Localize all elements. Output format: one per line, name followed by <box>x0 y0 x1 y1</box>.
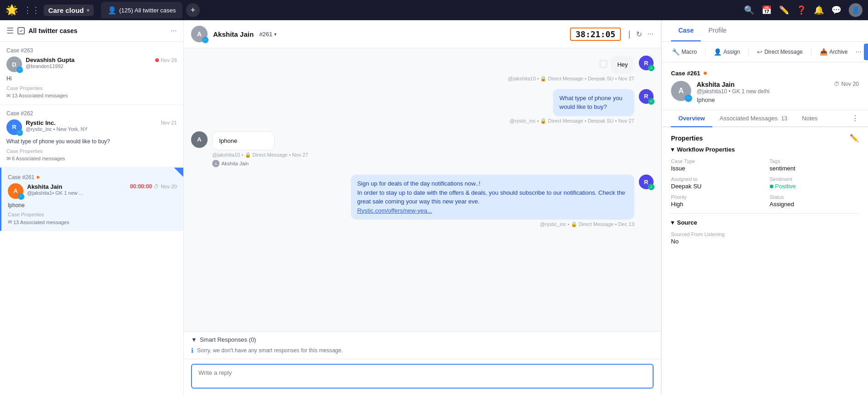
prop-tags: Tags sentiment <box>770 158 859 172</box>
source-chevron-icon: ▾ <box>671 219 674 226</box>
case-item-262[interactable]: Case #262 R 🐦 Rystic Inc. Nov 21 @rystic… <box>0 105 183 168</box>
case-name-262: Rystic Inc. <box>26 119 56 126</box>
reply-input[interactable] <box>191 364 654 389</box>
tab-profile[interactable]: Profile <box>701 20 734 41</box>
rp-case-preview: Iphone <box>697 96 829 103</box>
dm-icon: ↩ <box>757 48 762 56</box>
reload-icon[interactable]: ↻ <box>636 30 642 39</box>
message-bubble-1: Hey <box>611 56 633 74</box>
grid-icon[interactable]: ⋮⋮ <box>23 5 40 15</box>
clock-icon-261: ⏱ <box>154 184 159 189</box>
case-num-chevron-icon: ▾ <box>274 32 276 37</box>
brand-chevron-icon: ▾ <box>87 8 89 13</box>
sub-tabs: Overview Associated Messages 13 Notes ⋮ <box>662 110 868 127</box>
sidebar-header: ☰ All twitter cases ··· <box>0 20 183 42</box>
workflow-group-header[interactable]: ▾ Workflow Properties <box>671 146 859 153</box>
direct-message-button[interactable]: ↩ Direct Message <box>753 46 806 57</box>
case-preview-261: Iphone <box>8 202 177 209</box>
properties-section: Properties ✏️ ▾ Workflow Properties Case… <box>662 127 868 395</box>
case-info-262: Rystic Inc. Nov 21 @rystic_inc • New Yor… <box>26 119 177 132</box>
dm-label: Direct Message <box>764 49 802 55</box>
right-panel-toolbar: 🔧 Macro 👤 Assign ↩ Direct Message 📥 Arch… <box>662 42 868 62</box>
sub-tab-overview[interactable]: Overview <box>671 110 712 127</box>
archive-button[interactable]: 📥 Archive <box>816 46 851 57</box>
twitter-badge-261: 🐦 <box>18 193 24 200</box>
source-group-label: Source <box>677 219 697 226</box>
conv-header-avatar: A 🐦 <box>191 26 208 42</box>
case-date-263: Nov 28 <box>161 57 177 63</box>
prop-assigned-label: Assigned to <box>671 176 761 182</box>
macro-button[interactable]: 🔧 Macro <box>668 46 700 57</box>
main-layout: ☰ All twitter cases ··· Case #263 D 🐦 <box>0 20 868 395</box>
assign-label: Assign <box>723 49 740 55</box>
twitter-badge-262: 🐦 <box>17 130 23 136</box>
sidebar-more-icon[interactable]: ··· <box>171 27 177 35</box>
active-tab[interactable]: 👤 (125) All twitter cases <box>101 2 183 18</box>
toolbar-more-icon[interactable]: ··· <box>856 48 862 56</box>
rp-case-date: ⏱ Nov 20 <box>834 81 859 87</box>
select-all-checkbox[interactable] <box>17 27 25 34</box>
user-avatar[interactable]: 👤 <box>849 3 862 17</box>
associated-count-262: 6 Associated messages <box>12 156 65 161</box>
archive-icon: 📥 <box>820 48 828 56</box>
pipe-divider: | <box>628 29 631 39</box>
smart-responses-text: Sorry, we don't have any smart responses… <box>197 347 343 354</box>
case-item-261[interactable]: Case #261 ● A 🐦 Akshita Jain 00:00:00 ⏱ <box>0 168 183 231</box>
properties-edit-icon[interactable]: ✏️ <box>850 134 859 142</box>
case-info-block: Case #261 ● A 🐦 Akshita Jain @jakshita10… <box>662 62 868 110</box>
assign-button[interactable]: 👤 Assign <box>710 46 744 57</box>
msg-meta-1: @jakshita10 • 🔒 Direct Message • Deepak … <box>508 76 634 82</box>
case-item-263[interactable]: Case #263 D 🐦 Devashish Gupta Nov 28 <box>0 42 183 105</box>
case-number-261: Case #261 ● <box>8 173 177 181</box>
tab-label: (125) All twitter cases <box>119 7 176 14</box>
source-group-header[interactable]: ▾ Source <box>671 219 859 226</box>
search-icon[interactable]: 🔍 <box>744 5 754 15</box>
case-number-262: Case #262 <box>6 110 177 117</box>
prop-priority: Priority High <box>671 194 761 208</box>
avatar-wrap-263: D 🐦 <box>6 56 22 72</box>
sub-tabs-more-icon[interactable]: ⋮ <box>851 114 859 123</box>
notification-icon[interactable]: 🔔 <box>814 5 824 15</box>
associated-count-badge: 13 <box>781 115 787 122</box>
prop-sentiment-value: Positive <box>770 183 859 190</box>
case-associated-262: ✉ 6 Associated messages <box>6 156 177 162</box>
toolbar-sep-1 <box>705 47 705 56</box>
edit-icon[interactable]: ✏️ <box>779 5 789 15</box>
app-name: Care cloud <box>48 6 84 14</box>
calendar-icon[interactable]: 📅 <box>761 5 772 15</box>
conversation-timer: 38:21:05 <box>570 28 621 41</box>
case-number-263: Case #263 <box>6 47 177 54</box>
associated-count-261: 13 Associated messages <box>13 220 69 225</box>
msg-checkbox-1[interactable] <box>600 60 607 68</box>
sender-small-avatar-3: A <box>212 160 220 167</box>
prop-sentiment: Sentiment Positive <box>770 176 859 190</box>
case-handle-262: @rystic_inc • New York, NY <box>26 126 177 132</box>
source-props-grid: Sourced From Listening No <box>671 231 859 245</box>
smart-responses-chevron-icon: ▼ <box>191 336 197 343</box>
top-actions: 🔍 📅 ✏️ ❓ 🔔 💬 👤 <box>744 3 862 17</box>
add-tab-button[interactable]: + <box>186 3 200 17</box>
case-date-262: Nov 21 <box>161 120 177 125</box>
chat-icon[interactable]: 💬 <box>831 5 841 15</box>
offer-link[interactable]: Rystic.com/offers/new-yea... <box>357 207 432 214</box>
twitter-badge-263: 🐦 <box>17 67 23 73</box>
smart-responses-toggle[interactable]: ▼ Smart Responses (0) <box>191 336 654 343</box>
sub-tab-notes[interactable]: Notes <box>795 110 825 127</box>
sub-tab-associated[interactable]: Associated Messages 13 <box>712 110 795 127</box>
right-panel: Case Profile 🔧 Macro 👤 Assign ↩ Direct M… <box>661 20 868 395</box>
rystic-check-2: ✓ <box>648 98 654 105</box>
rp-user-name: Akshita Jain <box>697 81 829 88</box>
cases-list: Case #263 D 🐦 Devashish Gupta Nov 28 <box>0 42 183 395</box>
case-number-row: Case #261 ● <box>671 69 859 77</box>
prop-assigned-to: Assigned to Deepak SU <box>671 176 761 190</box>
help-icon[interactable]: ❓ <box>796 5 806 15</box>
app-brand[interactable]: Care cloud ▾ <box>44 5 94 16</box>
tab-case[interactable]: Case <box>671 20 701 41</box>
message-row-3: A Iphone @jakshita10 • 🔒 Direct Message … <box>191 131 654 168</box>
msg-meta-2: @rystic_inc • 🔒 Direct Message • Deepak … <box>510 118 634 124</box>
conv-more-icon[interactable]: ··· <box>648 30 654 38</box>
case-user-row: A 🐦 Akshita Jain @jakshita10 • GK 1 new … <box>671 81 859 103</box>
hamburger-icon[interactable]: ☰ <box>6 26 14 36</box>
msg-meta-4: @rystic_inc • 🔒 Direct Message • Dec 13 <box>540 221 634 227</box>
case-info-261: Akshita Jain 00:00:00 ⏱ Nov 20 @jakshita… <box>27 183 177 196</box>
